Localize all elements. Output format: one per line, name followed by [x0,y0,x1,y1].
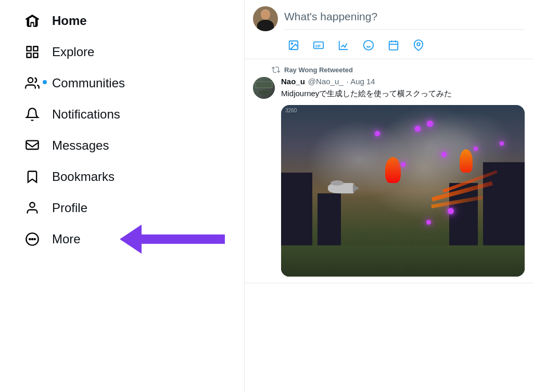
sidebar-item-profile-label: Profile [52,201,87,215]
sidebar-item-profile[interactable]: Profile [16,192,229,224]
retweet-label: Ray Wong Retweeted [272,66,525,74]
fire-effect-2 [460,149,473,173]
purple-dot-1 [375,131,380,136]
profile-icon [24,200,41,216]
spaceship [328,183,354,193]
sidebar-item-bookmarks[interactable]: Bookmarks [16,161,229,192]
main-content: What's happening? GIF [245,0,533,392]
svg-rect-1 [26,141,38,149]
schedule-toolbar-button[interactable] [384,36,403,55]
sidebar-item-home-label: Home [52,14,87,28]
user-avatar [253,6,278,31]
svg-point-8 [291,43,293,44]
sidebar-item-explore-label: Explore [52,45,94,59]
tweet-header: Nao_u @Nao_u_ · Aug 14 [281,77,525,86]
sidebar-item-messages[interactable]: Messages [16,130,229,161]
compose-toolbar: GIF [284,29,525,55]
poll-toolbar-button[interactable] [334,36,353,55]
svg-point-4 [29,239,30,240]
tweet-body: Nao_u @Nao_u_ · Aug 14 Midjourneyで生成した絵を… [281,77,525,277]
svg-rect-14 [389,42,398,50]
tweet-text: Midjourneyで生成した絵を使って横スクってみた [281,88,525,100]
more-icon [24,231,41,247]
sidebar-item-notifications[interactable]: Notifications [16,99,229,130]
sidebar-item-home[interactable]: Home [16,5,229,36]
home-icon [24,12,41,29]
tweet-image: 3260 [281,105,525,277]
svg-text:GIF: GIF [315,44,321,48]
location-toolbar-button[interactable] [409,36,428,55]
messages-icon [24,137,41,154]
compose-input-area[interactable]: What's happening? GIF [284,6,525,55]
compose-placeholder-text[interactable]: What's happening? [284,10,525,23]
battle-scene-art: 3260 [281,105,525,277]
sidebar-item-communities[interactable]: Communities [16,68,229,99]
fire-effect-1 [385,157,401,183]
tweet-feed: Ray Wong Retweeted Nao_u @Nao_u_ [245,59,533,392]
bookmarks-icon [24,168,41,185]
purple-dot-4 [415,126,421,132]
explore-icon [24,44,41,60]
purple-dot-8 [448,208,454,214]
sidebar-item-bookmarks-label: Bookmarks [52,169,115,184]
purple-dot-5 [401,162,405,167]
purple-dot-2 [427,121,433,127]
sidebar-item-more[interactable]: More [16,224,229,255]
svg-point-18 [417,43,420,46]
tweet-author-handle: @Nao_u_ [308,77,344,86]
svg-point-6 [34,239,35,240]
sidebar-item-messages-label: Messages [52,138,109,153]
purple-dot-9 [426,220,431,225]
gif-toolbar-button[interactable]: GIF [309,36,328,55]
sidebar-item-notifications-label: Notifications [52,107,120,122]
tweet-content: Nao_u @Nao_u_ · Aug 14 Midjourneyで生成した絵を… [253,77,525,277]
svg-point-5 [32,239,33,240]
purple-dot-3 [474,147,478,151]
scene-label: 3260 [285,108,297,113]
sidebar: Home Explore Communities [0,0,245,392]
svg-point-0 [28,78,33,83]
sidebar-item-explore[interactable]: Explore [16,36,229,68]
tweet-date: · Aug 14 [347,77,375,86]
sidebar-item-more-label: More [52,232,81,246]
communities-notification-dot [43,80,47,84]
purple-dot-7 [500,141,504,146]
notifications-icon [24,106,41,123]
compose-area: What's happening? GIF [245,0,533,59]
communities-icon [24,75,41,92]
purple-dot-6 [441,152,447,157]
tweet-author-name: Nao_u [281,77,305,86]
image-toolbar-button[interactable] [284,36,303,55]
svg-point-2 [30,203,34,207]
sidebar-item-communities-label: Communities [52,76,125,90]
more-arrow-indicator [120,225,225,254]
tweet-author-avatar [253,77,275,99]
svg-point-11 [364,41,373,50]
ground [281,245,525,277]
emoji-toolbar-button[interactable] [359,36,378,55]
tweet-item: Ray Wong Retweeted Nao_u @Nao_u_ [245,59,533,283]
